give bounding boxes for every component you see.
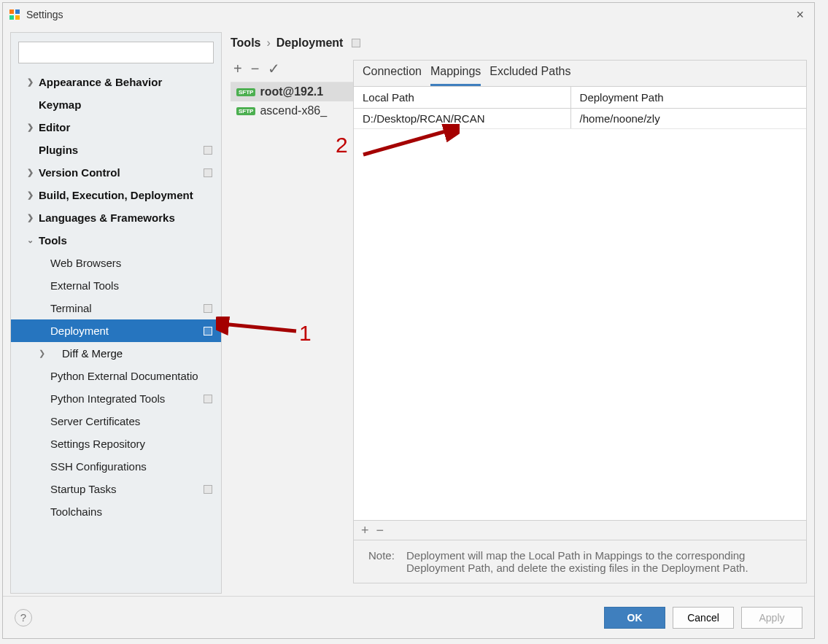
tree-diff-merge[interactable]: ❯Diff & Merge — [11, 342, 221, 365]
tree-keymap[interactable]: Keymap — [11, 93, 221, 116]
settings-tree: ❯Appearance & Behavior Keymap ❯Editor Pl… — [11, 71, 221, 523]
tree-deployment[interactable]: Deployment — [11, 319, 221, 342]
tree-terminal[interactable]: Terminal — [11, 297, 221, 319]
config-badge-icon — [204, 168, 212, 177]
tree-vcs[interactable]: ❯Version Control — [11, 161, 221, 184]
tree-py-ext-doc[interactable]: Python External Documentatio — [11, 365, 221, 387]
table-row[interactable]: D:/Desktop/RCAN/RCAN /home/noone/zly — [354, 109, 806, 129]
tree-server-certs[interactable]: Server Certificates — [11, 410, 221, 432]
settings-dialog: Settings × 🔍 ❯Appearance & Behavior Keym… — [2, 2, 815, 639]
detail-pane: Connection Mappings Excluded Paths Local… — [353, 60, 807, 583]
remove-server-button[interactable]: − — [251, 61, 260, 76]
ok-button[interactable]: OK — [604, 607, 665, 629]
cancel-button[interactable]: Cancel — [673, 607, 734, 629]
chevron-right-icon: ❯ — [27, 123, 34, 132]
header-deployment-path: Deployment Path — [571, 87, 806, 108]
sftp-icon: SFTP — [236, 107, 255, 115]
tree-appearance[interactable]: ❯Appearance & Behavior — [11, 71, 221, 93]
titlebar: Settings × — [3, 3, 814, 26]
config-badge-icon — [204, 485, 212, 494]
table-empty-area — [354, 129, 806, 520]
tree-settings-repo[interactable]: Settings Repository — [11, 432, 221, 455]
mapping-toolbar: + − — [354, 520, 806, 540]
breadcrumb-deployment: Deployment — [276, 36, 344, 50]
main-panel: Tools › Deployment + − ✓ SFTP root@192.1 — [231, 32, 807, 596]
tree-py-int-tools[interactable]: Python Integrated Tools — [11, 387, 221, 410]
breadcrumb: Tools › Deployment — [231, 32, 807, 60]
chevron-right-icon: ❯ — [27, 213, 34, 222]
settings-sidebar: 🔍 ❯Appearance & Behavior Keymap ❯Editor … — [10, 32, 222, 594]
apply-button[interactable]: Apply — [741, 607, 802, 629]
svg-rect-2 — [9, 15, 14, 20]
server-list-pane: + − ✓ SFTP root@192.1 SFTP ascend-x86_ — [231, 60, 353, 583]
config-badge-icon — [204, 395, 212, 403]
tree-lang[interactable]: ❯Languages & Frameworks — [11, 206, 221, 229]
chevron-right-icon: ❯ — [27, 168, 34, 177]
add-mapping-button[interactable]: + — [361, 523, 369, 538]
config-badge-icon — [204, 304, 212, 313]
tabs: Connection Mappings Excluded Paths — [354, 60, 806, 86]
chevron-right-icon: ❯ — [27, 77, 34, 87]
server-toolbar: + − ✓ — [231, 60, 353, 82]
cell-deployment-path[interactable]: /home/noone/zly — [571, 109, 806, 128]
server-item-ascend[interactable]: SFTP ascend-x86_ — [231, 101, 353, 120]
chevron-down-icon: ⌄ — [27, 236, 34, 245]
note-label: Note: — [368, 549, 401, 574]
svg-rect-0 — [9, 9, 14, 14]
breadcrumb-tools[interactable]: Tools — [231, 36, 260, 50]
tree-external-tools[interactable]: External Tools — [11, 274, 221, 297]
tree-tools[interactable]: ⌄Tools — [11, 229, 221, 252]
tree-ssh-conf[interactable]: SSH Configurations — [11, 455, 221, 478]
tree-plugins[interactable]: Plugins — [11, 139, 221, 161]
chevron-right-icon: ❯ — [39, 349, 45, 358]
svg-rect-3 — [15, 15, 20, 20]
server-item-root[interactable]: SFTP root@192.1 — [231, 82, 353, 101]
config-badge-icon — [204, 327, 212, 335]
set-default-button[interactable]: ✓ — [268, 61, 280, 76]
help-button[interactable]: ? — [15, 609, 32, 626]
tab-excluded[interactable]: Excluded Paths — [490, 65, 570, 86]
add-server-button[interactable]: + — [233, 61, 242, 76]
config-badge-icon — [352, 39, 360, 47]
note: Note: Deployment will map the Local Path… — [354, 540, 806, 583]
app-logo-icon — [9, 9, 20, 20]
note-text: Deployment will map the Local Path in Ma… — [406, 549, 792, 574]
table-header: Local Path Deployment Path — [354, 87, 806, 109]
mappings-table: Local Path Deployment Path D:/Desktop/RC… — [354, 86, 806, 129]
cell-local-path[interactable]: D:/Desktop/RCAN/RCAN — [354, 109, 571, 128]
tree-startup-tasks[interactable]: Startup Tasks — [11, 478, 221, 500]
remove-mapping-button[interactable]: − — [376, 523, 384, 538]
chevron-right-icon: ❯ — [27, 190, 34, 200]
dialog-footer: ? OK Cancel Apply — [3, 596, 814, 638]
header-local-path: Local Path — [354, 87, 571, 108]
window-title: Settings — [26, 9, 63, 20]
tree-web-browsers[interactable]: Web Browsers — [11, 252, 221, 274]
tab-connection[interactable]: Connection — [363, 65, 422, 86]
chevron-right-icon: › — [266, 36, 270, 50]
sftp-icon: SFTP — [236, 88, 255, 96]
svg-rect-1 — [15, 9, 20, 14]
config-badge-icon — [204, 146, 212, 155]
close-icon[interactable]: × — [792, 7, 808, 23]
tree-editor[interactable]: ❯Editor — [11, 116, 221, 139]
tree-toolchains[interactable]: Toolchains — [11, 500, 221, 523]
tab-mappings[interactable]: Mappings — [430, 65, 481, 86]
search-input[interactable] — [18, 42, 214, 63]
server-list: SFTP root@192.1 SFTP ascend-x86_ — [231, 82, 353, 583]
tree-build[interactable]: ❯Build, Execution, Deployment — [11, 184, 221, 206]
